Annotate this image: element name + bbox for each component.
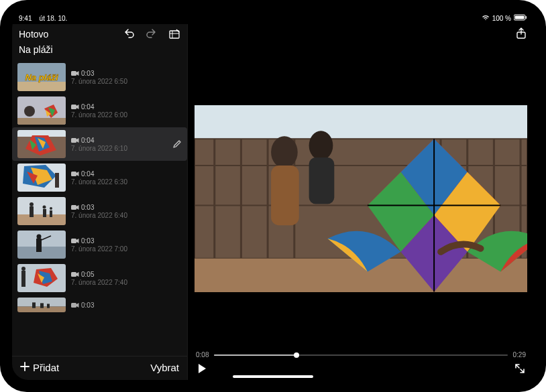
storyboard-settings-button[interactable] [168, 28, 180, 40]
select-button[interactable]: Vybrat [150, 362, 179, 373]
share-button[interactable] [515, 27, 527, 40]
undo-button[interactable] [123, 28, 135, 40]
wifi-icon [482, 14, 490, 22]
clip-date: 7. února 2022 6:50 [71, 78, 182, 85]
home-indicator[interactable] [233, 375, 313, 378]
svg-point-33 [37, 235, 42, 239]
status-right: 100 % [482, 14, 527, 22]
clip-row[interactable]: 0:03 7. února 2022 7:00 [12, 228, 187, 261]
svg-rect-12 [17, 118, 66, 125]
svg-rect-22 [17, 214, 66, 225]
clip-meta: 0:03 7. února 2022 6:40 [71, 204, 182, 219]
current-time: 0:08 [196, 351, 209, 358]
status-time: 9:41 [19, 15, 32, 22]
video-icon [71, 238, 79, 244]
play-button[interactable] [196, 363, 208, 375]
clip-meta: 0:04 7. února 2022 6:00 [71, 103, 182, 119]
clip-thumb [17, 197, 66, 225]
clip-meta: 0:04 7. února 2022 6:10 [71, 137, 167, 152]
svg-text:Na pláži: Na pláži [25, 72, 58, 82]
redo-button[interactable] [146, 28, 158, 40]
svg-rect-27 [50, 210, 52, 217]
clip-row[interactable]: 0:04 7. února 2022 6:30 [12, 161, 187, 194]
clip-date: 7. února 2022 7:00 [71, 245, 182, 253]
svg-rect-21 [17, 197, 66, 214]
clip-duration: 0:03 [81, 70, 94, 77]
svg-rect-10 [71, 71, 76, 76]
clip-row[interactable]: 0:05 7. února 2022 7:40 [12, 261, 187, 295]
battery-icon [514, 14, 527, 22]
svg-point-62 [309, 131, 333, 160]
video-icon [71, 70, 79, 76]
done-button[interactable]: Hotovo [19, 29, 48, 40]
video-icon [71, 171, 79, 177]
viewer: 0:08 0:29 [188, 24, 534, 380]
clip-row[interactable]: Na pláži 0:03 7. února 2022 6:50 [12, 60, 187, 94]
svg-rect-41 [32, 302, 36, 308]
video-icon [71, 204, 79, 210]
edit-icon[interactable] [172, 139, 182, 149]
svg-rect-38 [71, 272, 76, 277]
status-bar: 9:41 út 18. 10. 100 % [12, 12, 534, 24]
clip-duration: 0:03 [81, 302, 94, 309]
clip-duration: 0:04 [81, 137, 94, 144]
add-label: Přidat [33, 362, 59, 373]
clip-duration: 0:03 [81, 237, 94, 245]
clip-duration: 0:04 [81, 103, 94, 111]
project-title: Na pláži [12, 43, 187, 60]
clip-thumb: Na pláži [17, 63, 66, 91]
battery-text: 100 % [492, 15, 511, 22]
clip-meta: 0:03 7. února 2022 7:00 [71, 237, 182, 253]
svg-point-37 [21, 267, 25, 271]
scrubber[interactable] [214, 354, 507, 356]
clip-date: 7. února 2022 7:40 [71, 279, 182, 286]
clip-row[interactable]: 0:03 7. února 2022 6:40 [12, 194, 187, 228]
svg-rect-32 [36, 239, 42, 252]
svg-point-26 [43, 206, 46, 209]
scrubber-handle[interactable] [294, 352, 299, 358]
clip-thumb [17, 96, 66, 125]
total-time: 0:29 [513, 351, 526, 358]
add-button[interactable]: Přidat [20, 362, 59, 373]
svg-rect-36 [21, 271, 25, 287]
svg-rect-23 [30, 206, 34, 217]
svg-rect-14 [71, 105, 76, 109]
clip-thumb [17, 231, 66, 259]
svg-rect-25 [43, 209, 46, 217]
preview[interactable] [195, 105, 527, 292]
sidebar-top: Hotovo [12, 24, 187, 43]
clip-list[interactable]: Na pláži 0:03 7. února 2022 6:50 [12, 60, 187, 356]
svg-rect-17 [71, 138, 76, 143]
svg-rect-8 [17, 82, 66, 91]
clip-meta: 0:05 7. února 2022 7:40 [71, 271, 182, 286]
svg-rect-19 [55, 173, 59, 188]
ipad-frame: 9:41 út 18. 10. 100 % Hotovo [0, 0, 546, 392]
svg-rect-42 [40, 303, 44, 308]
fullscreen-button[interactable] [514, 363, 526, 375]
video-icon [71, 104, 79, 110]
video-icon [71, 271, 79, 277]
clip-meta: 0:03 [71, 302, 182, 309]
screen: 9:41 út 18. 10. 100 % Hotovo [12, 12, 534, 380]
svg-rect-20 [71, 172, 76, 176]
clip-row[interactable]: 0:04 7. února 2022 6:10 [12, 127, 187, 161]
clip-thumb [17, 164, 66, 192]
video-icon [71, 302, 79, 308]
clip-date: 7. února 2022 6:40 [71, 212, 182, 219]
svg-rect-29 [71, 205, 76, 210]
clip-meta: 0:04 7. února 2022 6:30 [71, 170, 182, 186]
svg-rect-43 [47, 304, 50, 308]
clip-date: 7. února 2022 6:10 [71, 145, 167, 152]
video-icon [71, 137, 79, 143]
clip-row[interactable]: 0:04 7. února 2022 6:00 [12, 94, 187, 127]
clip-date: 7. února 2022 6:00 [71, 111, 182, 119]
svg-rect-34 [71, 239, 76, 243]
clip-duration: 0:04 [81, 170, 94, 178]
clip-date: 7. února 2022 6:30 [71, 178, 182, 186]
plus-icon [20, 362, 30, 373]
status-date: út 18. 10. [40, 15, 68, 22]
svg-point-60 [271, 136, 298, 168]
clip-duration: 0:03 [81, 204, 94, 211]
clip-row[interactable]: 0:03 [12, 295, 187, 315]
status-left: 9:41 út 18. 10. [19, 15, 67, 22]
